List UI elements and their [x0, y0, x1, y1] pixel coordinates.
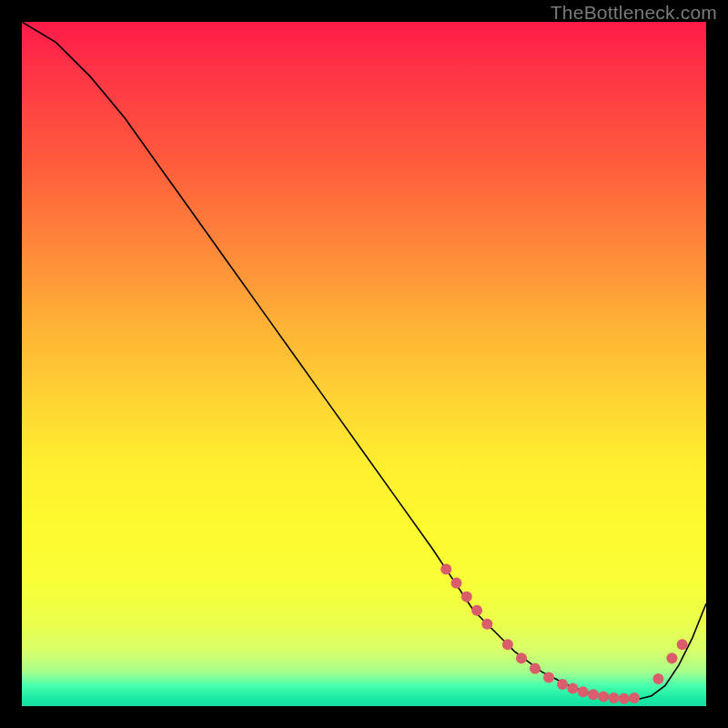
marker-dot	[652, 673, 663, 684]
marker-dot	[440, 564, 451, 575]
marker-dot	[530, 663, 541, 674]
marker-dot	[516, 652, 527, 663]
marker-dot	[451, 578, 462, 589]
plot-area	[22, 22, 706, 706]
marker-dot	[588, 689, 599, 700]
marker-dot	[608, 693, 619, 703]
marker-dot	[543, 672, 554, 682]
marker-dot	[481, 619, 492, 630]
curve-path	[22, 22, 706, 699]
marker-dot	[598, 691, 609, 702]
marker-dot	[677, 639, 688, 650]
marker-dot	[502, 639, 513, 650]
marker-dot	[557, 679, 568, 690]
marker-dot	[629, 693, 640, 703]
marker-dot	[567, 682, 578, 693]
chart-frame: TheBottleneck.com	[0, 0, 728, 728]
attribution-label: TheBottleneck.com	[551, 2, 717, 24]
marker-dot	[578, 686, 589, 697]
chart-svg	[22, 22, 706, 706]
marker-dot	[619, 693, 630, 704]
marker-dot	[471, 605, 482, 616]
marker-dot	[666, 652, 677, 663]
marker-group	[440, 564, 687, 704]
marker-dot	[461, 592, 472, 602]
